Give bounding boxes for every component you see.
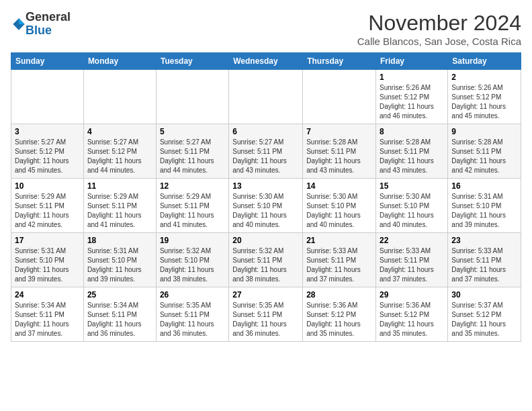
day-number: 16	[451, 181, 517, 191]
day-info: Sunrise: 5:27 AM Sunset: 5:12 PM Dayligh…	[87, 138, 152, 175]
day-number: 18	[87, 236, 152, 245]
day-info: Sunrise: 5:36 AM Sunset: 5:12 PM Dayligh…	[380, 301, 444, 338]
day-info: Sunrise: 5:37 AM Sunset: 5:12 PM Dayligh…	[451, 301, 517, 338]
calendar-cell: 25Sunrise: 5:34 AM Sunset: 5:11 PM Dayli…	[83, 287, 156, 342]
day-number: 26	[160, 290, 225, 300]
calendar-cell: 21Sunrise: 5:33 AM Sunset: 5:11 PM Dayli…	[303, 233, 376, 287]
calendar-cell	[83, 70, 156, 124]
calendar-cell	[156, 70, 228, 124]
day-info: Sunrise: 5:27 AM Sunset: 5:11 PM Dayligh…	[232, 138, 299, 175]
svg-marker-1	[19, 18, 25, 24]
calendar-cell	[303, 70, 376, 124]
weekday-header: Monday	[83, 53, 156, 70]
logo: General Blue	[11, 11, 71, 38]
day-info: Sunrise: 5:33 AM Sunset: 5:11 PM Dayligh…	[451, 246, 517, 284]
day-number: 21	[306, 236, 372, 245]
day-number: 11	[87, 181, 152, 191]
calendar-cell: 2Sunrise: 5:26 AM Sunset: 5:12 PM Daylig…	[448, 70, 521, 124]
day-number: 4	[87, 127, 152, 136]
day-number: 29	[380, 290, 444, 300]
calendar-week-row: 24Sunrise: 5:34 AM Sunset: 5:11 PM Dayli…	[11, 287, 521, 342]
day-number: 24	[15, 290, 80, 300]
calendar-cell: 12Sunrise: 5:29 AM Sunset: 5:11 PM Dayli…	[156, 179, 228, 233]
calendar-cell: 15Sunrise: 5:30 AM Sunset: 5:10 PM Dayli…	[376, 179, 448, 233]
location-subtitle: Calle Blancos, San Jose, Costa Rica	[357, 36, 521, 47]
day-number: 6	[232, 127, 299, 136]
day-number: 23	[451, 236, 517, 245]
day-number: 10	[15, 181, 80, 191]
day-info: Sunrise: 5:29 AM Sunset: 5:11 PM Dayligh…	[160, 192, 225, 230]
day-number: 20	[232, 236, 299, 245]
calendar-cell: 10Sunrise: 5:29 AM Sunset: 5:11 PM Dayli…	[11, 179, 84, 233]
calendar-cell: 17Sunrise: 5:31 AM Sunset: 5:10 PM Dayli…	[11, 233, 84, 287]
calendar-cell: 1Sunrise: 5:26 AM Sunset: 5:12 PM Daylig…	[376, 70, 448, 124]
month-title: November 2024	[357, 11, 521, 36]
logo-icon	[12, 17, 26, 31]
day-number: 3	[15, 127, 80, 136]
day-info: Sunrise: 5:36 AM Sunset: 5:12 PM Dayligh…	[306, 301, 372, 338]
day-number: 5	[160, 127, 225, 136]
calendar-cell: 29Sunrise: 5:36 AM Sunset: 5:12 PM Dayli…	[376, 287, 448, 342]
day-info: Sunrise: 5:26 AM Sunset: 5:12 PM Dayligh…	[451, 83, 517, 121]
day-number: 15	[380, 181, 444, 191]
calendar-cell: 23Sunrise: 5:33 AM Sunset: 5:11 PM Dayli…	[448, 233, 521, 287]
calendar-cell: 30Sunrise: 5:37 AM Sunset: 5:12 PM Dayli…	[448, 287, 521, 342]
day-number: 25	[87, 290, 152, 300]
day-number: 28	[306, 290, 372, 300]
calendar-week-row: 3Sunrise: 5:27 AM Sunset: 5:12 PM Daylig…	[11, 124, 521, 179]
day-info: Sunrise: 5:30 AM Sunset: 5:10 PM Dayligh…	[232, 192, 299, 230]
calendar-cell: 27Sunrise: 5:35 AM Sunset: 5:11 PM Dayli…	[229, 287, 303, 342]
day-info: Sunrise: 5:30 AM Sunset: 5:10 PM Dayligh…	[380, 192, 444, 230]
calendar-cell: 4Sunrise: 5:27 AM Sunset: 5:12 PM Daylig…	[83, 124, 156, 179]
logo-general: General	[26, 11, 71, 24]
calendar-cell: 24Sunrise: 5:34 AM Sunset: 5:11 PM Dayli…	[11, 287, 84, 342]
day-number: 30	[451, 290, 517, 300]
calendar-cell: 16Sunrise: 5:31 AM Sunset: 5:10 PM Dayli…	[448, 179, 521, 233]
day-info: Sunrise: 5:28 AM Sunset: 5:11 PM Dayligh…	[380, 138, 444, 175]
calendar-cell: 19Sunrise: 5:32 AM Sunset: 5:10 PM Dayli…	[156, 233, 228, 287]
calendar-cell: 5Sunrise: 5:27 AM Sunset: 5:11 PM Daylig…	[156, 124, 228, 179]
calendar-cell: 8Sunrise: 5:28 AM Sunset: 5:11 PM Daylig…	[376, 124, 448, 179]
calendar-cell	[229, 70, 303, 124]
calendar-table: SundayMondayTuesdayWednesdayThursdayFrid…	[11, 52, 521, 342]
calendar-cell: 20Sunrise: 5:32 AM Sunset: 5:11 PM Dayli…	[229, 233, 303, 287]
calendar-cell: 28Sunrise: 5:36 AM Sunset: 5:12 PM Dayli…	[303, 287, 376, 342]
day-info: Sunrise: 5:34 AM Sunset: 5:11 PM Dayligh…	[87, 301, 152, 338]
calendar-cell: 13Sunrise: 5:30 AM Sunset: 5:10 PM Dayli…	[229, 179, 303, 233]
day-info: Sunrise: 5:28 AM Sunset: 5:11 PM Dayligh…	[306, 138, 372, 175]
day-number: 17	[15, 236, 80, 245]
day-info: Sunrise: 5:31 AM Sunset: 5:10 PM Dayligh…	[451, 192, 517, 230]
logo-text: General Blue	[26, 11, 71, 38]
day-info: Sunrise: 5:35 AM Sunset: 5:11 PM Dayligh…	[160, 301, 225, 338]
weekday-header: Friday	[376, 53, 448, 70]
day-info: Sunrise: 5:30 AM Sunset: 5:10 PM Dayligh…	[306, 192, 372, 230]
day-number: 1	[380, 73, 444, 82]
calendar-cell: 7Sunrise: 5:28 AM Sunset: 5:11 PM Daylig…	[303, 124, 376, 179]
day-info: Sunrise: 5:26 AM Sunset: 5:12 PM Dayligh…	[380, 83, 444, 121]
calendar-week-row: 17Sunrise: 5:31 AM Sunset: 5:10 PM Dayli…	[11, 233, 521, 287]
day-number: 14	[306, 181, 372, 191]
calendar-header-row: SundayMondayTuesdayWednesdayThursdayFrid…	[11, 53, 521, 70]
weekday-header: Thursday	[303, 53, 376, 70]
calendar-cell: 26Sunrise: 5:35 AM Sunset: 5:11 PM Dayli…	[156, 287, 228, 342]
calendar-cell: 14Sunrise: 5:30 AM Sunset: 5:10 PM Dayli…	[303, 179, 376, 233]
weekday-header: Tuesday	[156, 53, 228, 70]
calendar-cell: 9Sunrise: 5:28 AM Sunset: 5:11 PM Daylig…	[448, 124, 521, 179]
calendar-week-row: 10Sunrise: 5:29 AM Sunset: 5:11 PM Dayli…	[11, 179, 521, 233]
day-number: 8	[380, 127, 444, 136]
calendar-cell: 3Sunrise: 5:27 AM Sunset: 5:12 PM Daylig…	[11, 124, 84, 179]
calendar-cell: 22Sunrise: 5:33 AM Sunset: 5:11 PM Dayli…	[376, 233, 448, 287]
day-number: 19	[160, 236, 225, 245]
calendar-cell: 18Sunrise: 5:31 AM Sunset: 5:10 PM Dayli…	[83, 233, 156, 287]
day-number: 13	[232, 181, 299, 191]
logo-blue: Blue	[26, 24, 71, 38]
day-number: 2	[451, 73, 517, 82]
day-info: Sunrise: 5:33 AM Sunset: 5:11 PM Dayligh…	[380, 246, 444, 284]
day-number: 22	[380, 236, 444, 245]
page-header: General Blue November 2024 Calle Blancos…	[11, 11, 521, 47]
day-info: Sunrise: 5:27 AM Sunset: 5:11 PM Dayligh…	[160, 138, 225, 175]
calendar-cell	[11, 70, 84, 124]
calendar-cell: 6Sunrise: 5:27 AM Sunset: 5:11 PM Daylig…	[229, 124, 303, 179]
day-info: Sunrise: 5:27 AM Sunset: 5:12 PM Dayligh…	[15, 138, 80, 175]
day-info: Sunrise: 5:35 AM Sunset: 5:11 PM Dayligh…	[232, 301, 299, 338]
